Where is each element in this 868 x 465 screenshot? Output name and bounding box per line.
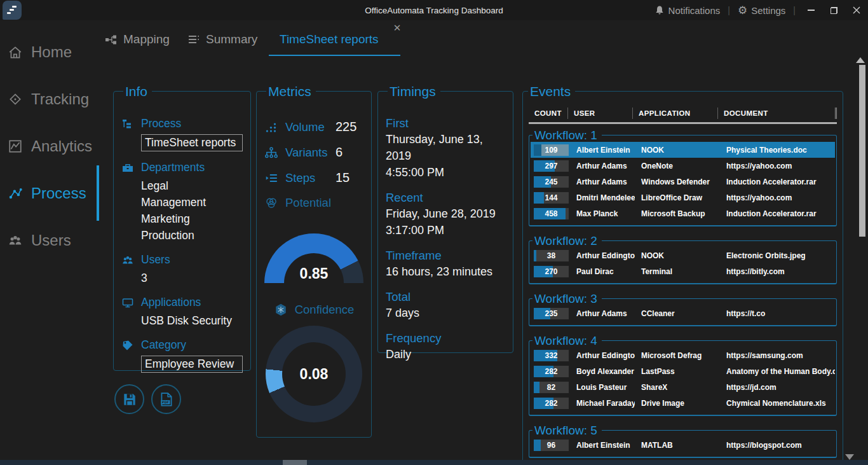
event-row[interactable]: 38Arthur EddingtonNOOKElectronic Orbits.… [531, 247, 835, 263]
steps-icon [264, 171, 278, 185]
scrollbar-up-arrow-icon[interactable] [856, 57, 865, 63]
export-pdf-button[interactable]: PDF [151, 384, 181, 414]
count-value: 270 [534, 266, 569, 277]
svg-text:PDF: PDF [161, 400, 168, 404]
count-bar: 96 [534, 440, 569, 451]
event-row[interactable]: 235Arthur AdamsCCleanerhttps://t.co [531, 305, 835, 321]
sidebar-item-analytics[interactable]: Analytics [8, 137, 92, 155]
scrollbar-down-arrow-icon[interactable] [845, 454, 854, 460]
notifications-button[interactable]: Notifications [654, 5, 721, 16]
column-header-application[interactable]: APPLICATION [633, 108, 718, 119]
info-departments-label: Departments [121, 161, 243, 174]
document-cell: Anatomy of the Human Body.doc [720, 367, 835, 376]
document-cell: https://jd.com [720, 383, 835, 392]
department-item: Production [141, 227, 243, 244]
tab-mapping[interactable]: Mapping [105, 32, 170, 46]
event-row[interactable]: 96Albert EinsteinMATLABhttps://blogspot.… [531, 437, 835, 453]
event-row[interactable]: 109Albert EinsteinNOOKPhysical Theories.… [531, 142, 835, 158]
application-cell: Drive Image [635, 399, 720, 408]
event-row[interactable]: 270Paul DiracTerminalhttps://bitly.com [531, 263, 835, 279]
sidebar-item-users[interactable]: Users [8, 232, 71, 249]
department-item: Marketing [141, 211, 243, 227]
settings-label: Settings [751, 5, 785, 16]
save-button[interactable] [114, 384, 144, 414]
event-row[interactable]: 245Arthur AdamsWindows DefenderInduction… [531, 174, 835, 190]
workflow-group: Workflow: 1109Albert EinsteinNOOKPhysica… [529, 129, 837, 226]
horizontal-scrollbar-thumb[interactable] [283, 460, 307, 465]
workflow-group: Workflow: 596Albert EinsteinMATLABhttps:… [529, 424, 837, 458]
application-cell: Microsoft Defrag [635, 351, 720, 360]
event-row[interactable]: 332Arthur EddingtonMicrosoft Defraghttps… [531, 347, 835, 363]
home-icon [8, 45, 23, 60]
event-row[interactable]: 82Louis PasteurShareXhttps://jd.com [531, 379, 835, 395]
document-cell: Induction Accelerator.rar [720, 209, 835, 218]
sidebar-item-process[interactable]: Process [8, 184, 86, 202]
workflow-group-title: Workflow: 2 [532, 235, 602, 247]
event-row[interactable]: 282Michael FaradayDrive ImageChymical No… [531, 395, 835, 411]
sidebar: Home Tracking Analytics Process Users [0, 25, 100, 465]
tab-summary[interactable]: Summary [187, 32, 257, 46]
minimize-button[interactable] [803, 3, 818, 17]
count-value: 109 [534, 144, 569, 156]
workflow-group-title: Workflow: 1 [532, 129, 602, 141]
workflow-group-title: Workflow: 3 [532, 293, 602, 305]
close-button[interactable] [849, 3, 864, 17]
potential-gauge: 0.85 [264, 233, 363, 284]
event-row[interactable]: 297Arthur AdamsOneNotehttps://yahoo.com [531, 158, 835, 174]
events-table-header: COUNT USER APPLICATION DOCUMENT [529, 106, 837, 121]
column-header-document[interactable]: DOCUMENT [718, 108, 837, 119]
department-item: Legal [141, 177, 243, 194]
user-cell: Albert Einstein [570, 441, 635, 450]
application-cell: LibreOffice Draw [635, 193, 720, 202]
application-cell: Windows Defender [635, 177, 720, 186]
column-header-count[interactable]: COUNT [529, 108, 568, 119]
user-cell: Albert Einstein [570, 146, 635, 155]
confidence-icon [274, 303, 288, 317]
info-users-label: Users [121, 253, 243, 267]
process-name-field[interactable]: TimeSheet reports [141, 134, 243, 151]
mapping-icon [105, 33, 118, 46]
save-icon [121, 391, 138, 408]
info-panel: Info Process TimeSheet reports Departmen… [113, 85, 251, 371]
users-count: 3 [141, 270, 243, 286]
event-row[interactable]: 458Max PlanckMicrosoft BackupInduction A… [531, 205, 835, 221]
user-cell: Arthur Adams [570, 162, 635, 170]
workflow-group-title: Workflow: 5 [532, 424, 602, 436]
count-bar: 38 [534, 250, 569, 261]
count-bar: 297 [534, 160, 569, 172]
horizontal-scrollbar[interactable] [0, 460, 868, 465]
department-item: Management [141, 194, 243, 211]
count-bar: 332 [534, 350, 569, 361]
event-row[interactable]: 282Boyd AlexanderLastPassAnatomy of the … [531, 363, 835, 379]
sidebar-item-home[interactable]: Home [8, 43, 72, 61]
count-value: 458 [534, 208, 569, 219]
workflow-list: Workflow: 1109Albert EinsteinNOOKPhysica… [526, 129, 839, 458]
document-cell: Physical Theories.doc [720, 146, 835, 155]
user-cell: Louis Pasteur [570, 383, 635, 392]
event-row[interactable]: 144Dmitri MendeleevLibreOffice Drawhttps… [531, 190, 835, 205]
column-header-user[interactable]: USER [568, 108, 633, 119]
timing-recent: Recent Friday, June 28, 2019 3:17:00 PM [386, 190, 505, 239]
document-cell: https://samsung.com [720, 351, 835, 360]
sidebar-item-tracking[interactable]: Tracking [8, 90, 89, 108]
workflow-group: Workflow: 3235Arthur AdamsCCleanerhttps:… [529, 293, 837, 326]
departments-list: Legal Management Marketing Production [141, 177, 243, 244]
restore-button[interactable] [826, 3, 841, 17]
tab-bar: Mapping Summary TimeSheet reports ✕ [102, 29, 868, 57]
category-field[interactable]: Employee Review [141, 356, 243, 373]
count-value: 297 [534, 160, 569, 172]
vertical-scrollbar-thumb[interactable] [859, 65, 865, 237]
settings-button[interactable]: ⚙ Settings [738, 5, 785, 16]
active-tab-underline [269, 55, 400, 56]
tab-close-icon[interactable]: ✕ [392, 23, 402, 33]
pdf-export-icon: PDF [158, 391, 175, 408]
titlebar-separator: | [728, 5, 730, 15]
count-value: 235 [534, 308, 569, 319]
user-cell: Dmitri Mendeleev [570, 193, 635, 202]
titlebar: OfficeAutomata Tracking Dashboard Notifi… [0, 0, 868, 20]
process-icon [8, 186, 23, 201]
metric-volume: Volume 225 [264, 120, 363, 134]
application-cell: NOOK [635, 146, 720, 155]
tab-timesheet-reports[interactable]: TimeSheet reports [280, 32, 379, 46]
count-value: 82 [534, 382, 569, 393]
